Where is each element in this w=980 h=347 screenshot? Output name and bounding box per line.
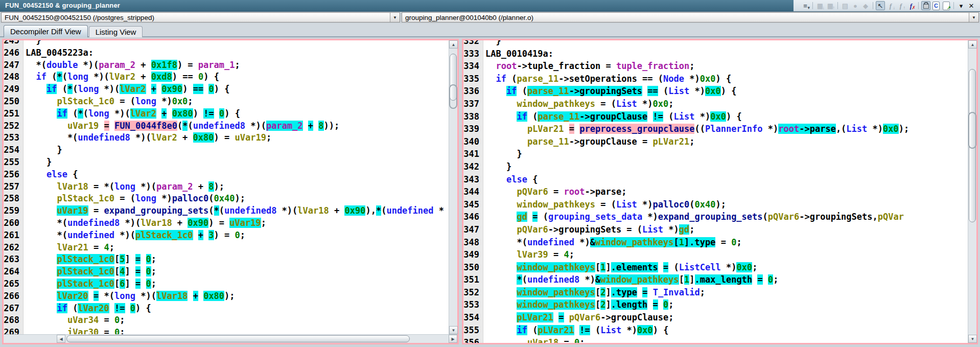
code-text: if (parse_11->groupingSets == (List *)0x…: [483, 85, 736, 98]
code-line[interactable]: 268 uVar34 = 0;: [4, 314, 449, 327]
export-icon[interactable]: ↗: [942, 1, 951, 10]
toolbar-separator: [873, 2, 873, 9]
menu-list-icon[interactable]: ≡▾: [801, 1, 810, 10]
code-line[interactable]: 262 lVar21 = 4;: [4, 242, 449, 254]
code-line[interactable]: 259 uVar19 = expand_grouping_sets(*(unde…: [4, 205, 449, 217]
scrollbar-thumb[interactable]: [66, 335, 410, 342]
code-line[interactable]: 269 iVar30 = 0;: [4, 327, 449, 334]
code-text: if (lVar20 != 0) {: [23, 303, 151, 315]
decompiler-code-left[interactable]: 245 }246LAB_0045223a:247 *(double *)(par…: [4, 40, 449, 334]
line-number: 264: [4, 266, 23, 278]
code-text: window_pathkeys[1].elements = (ListCell …: [483, 261, 757, 274]
code-text: pLVar21 = pQVar6->groupClause;: [483, 311, 674, 324]
code-line[interactable]: 255 }: [4, 156, 449, 169]
code-line[interactable]: 264 plStack_1c0[4] = 0;: [4, 266, 449, 278]
code-line[interactable]: 351 *(undefined8 *)&window_pathkeys[1].m…: [463, 273, 968, 286]
code-line[interactable]: 345 window_pathkeys = (List *)palloc0(0x…: [463, 198, 968, 211]
code-line[interactable]: 257 lVar18 = *(long *)(param_2 + 8);: [4, 181, 449, 193]
code-line[interactable]: 245 }: [4, 40, 449, 47]
decompiler-panel-left[interactable]: 245 }246LAB_0045223a:247 *(double *)(par…: [2, 39, 459, 344]
code-line[interactable]: 260 *(undefined8 *)(lVar18 + 0x90) = uVa…: [4, 217, 449, 229]
code-line[interactable]: 247 *(double *)(param_2 + 0x1f8) = param…: [4, 59, 449, 72]
vertical-scrollbar[interactable]: ▲ ▼: [449, 40, 457, 334]
chevron-down-icon[interactable]: ▼: [390, 13, 400, 22]
line-number: 258: [4, 193, 23, 205]
code-line[interactable]: 352 window_pathkeys[2].type = T_Invalid;: [463, 286, 968, 299]
left-function-selector-value: FUN_00452150@00452150 (/postgres_strippe…: [5, 14, 154, 21]
code-line[interactable]: 337 window_pathkeys = (List *)0x0;: [463, 98, 968, 110]
scroll-down-arrow-icon[interactable]: ▼: [449, 326, 458, 334]
toolbar-separator: [953, 2, 954, 9]
code-line[interactable]: 341 }: [463, 148, 968, 160]
code-line[interactable]: 249 if (*(long *)(lVar2 + 0x90) == 0) {: [4, 83, 449, 96]
horizontal-scrollbar[interactable]: ◀ ▶: [4, 334, 457, 343]
code-line[interactable]: 346 gd = (grouping_sets_data *)expand_gr…: [463, 211, 968, 223]
code-line[interactable]: 251 if (*(long *)(lVar2 + 0x80) != 0) {: [4, 108, 449, 120]
code-line[interactable]: 355 if (pLVar21 != (List *)0x0) {: [463, 324, 968, 337]
scroll-up-arrow-icon[interactable]: ▲: [449, 40, 458, 49]
code-line[interactable]: 348 *(undefined *)&window_pathkeys[1].ty…: [463, 236, 968, 249]
scroll-left-arrow-icon[interactable]: ◀: [57, 335, 65, 343]
line-number: 353: [463, 298, 483, 311]
scroll-right-arrow-icon[interactable]: ▶: [449, 335, 457, 343]
code-line[interactable]: 340 parse_11->groupClause = pLVar21;: [463, 135, 968, 148]
line-number: 351: [463, 273, 483, 286]
code-line[interactable]: 353 window_pathkeys[2].length = 0;: [463, 298, 968, 311]
code-line[interactable]: 334 root->tuple_fraction = tuple_fractio…: [463, 60, 968, 73]
code-line[interactable]: 336 if (parse_11->groupingSets == (List …: [463, 85, 968, 98]
scroll-up-arrow-icon[interactable]: ▲: [968, 40, 977, 49]
code-text: }: [483, 160, 511, 173]
code-line[interactable]: 339 pLVar21 = preprocess_groupclause((Pl…: [463, 123, 968, 135]
code-line[interactable]: 338 if (parse_11->groupClause != (List *…: [463, 110, 968, 123]
line-number: 247: [4, 59, 23, 72]
line-number: 261: [4, 229, 23, 242]
tab-listing-view[interactable]: Listing View: [89, 26, 143, 37]
line-number: 344: [463, 186, 483, 198]
code-line[interactable]: 343 else {: [463, 173, 968, 186]
vertical-scrollbar[interactable]: ▲ ▼: [968, 40, 976, 343]
chevron-down-icon[interactable]: ▼: [969, 13, 978, 22]
scroll-down-arrow-icon[interactable]: ▼: [968, 335, 977, 343]
code-line[interactable]: 332 }: [463, 40, 968, 48]
right-function-selector[interactable]: grouping_planner@001040b0 (/planner.o) ▼: [402, 12, 979, 22]
line-number: 354: [463, 311, 483, 324]
code-line[interactable]: 253 *(undefined8 *)(lVar2 + 0x80) = uVar…: [4, 132, 449, 144]
code-line[interactable]: 258 plStack_1c0 = (long *)palloc0(0x40);: [4, 193, 449, 205]
code-line[interactable]: 252 uVar19 = FUN_0044f8e0(*(undefined8 *…: [4, 120, 449, 132]
cursor-select-icon[interactable]: ↖: [876, 1, 885, 10]
code-line[interactable]: 344 pQVar6 = root->parse;: [463, 186, 968, 198]
line-number: 338: [463, 110, 483, 123]
code-line[interactable]: 265 plStack_1c0[6] = 0;: [4, 278, 449, 290]
code-text: plStack_1c0[4] = 0;: [23, 266, 156, 278]
code-line[interactable]: 246LAB_0045223a:: [4, 47, 449, 59]
code-line[interactable]: 266 lVar20 = *(long *)(lVar18 + 0x80);: [4, 290, 449, 303]
dropdown-caret-icon[interactable]: ▾: [956, 1, 966, 10]
code-line[interactable]: 350 window_pathkeys[1].elements = (ListC…: [463, 261, 968, 274]
decompiler-code-right[interactable]: 332 }333LAB_0010419a:334 root->tuple_fra…: [463, 40, 968, 343]
code-text: uVar18 = 0;: [483, 336, 585, 343]
code-line[interactable]: 261 *(undefined *)(plStack_1c0 + 3) = 0;: [4, 229, 449, 242]
code-line[interactable]: 263 plStack_1c0[5] = 0;: [4, 253, 449, 266]
remove-function-icon[interactable]: f✗: [906, 1, 916, 10]
code-line[interactable]: 333LAB_0010419a:: [463, 48, 968, 60]
code-line[interactable]: 349 lVar39 = 4;: [463, 248, 968, 261]
tab-decompiler-diff-view[interactable]: Decompiler Diff View: [4, 25, 88, 37]
decompiler-panel-right[interactable]: 332 }333LAB_0010419a:334 root->tuple_fra…: [462, 39, 978, 344]
code-line[interactable]: 254 }: [4, 144, 449, 156]
lock-icon[interactable]: [921, 1, 930, 10]
code-line[interactable]: 250 plStack_1c0 = (long *)0x0;: [4, 96, 449, 108]
code-line[interactable]: 342 }: [463, 160, 968, 173]
code-line[interactable]: 354 pLVar21 = pQVar6->groupClause;: [463, 311, 968, 324]
code-line[interactable]: 267 if (lVar20 != 0) {: [4, 303, 449, 315]
close-icon[interactable]: ✕: [967, 1, 976, 10]
code-line[interactable]: 335 if (parse_11->setOperations == (Node…: [463, 73, 968, 85]
code-line[interactable]: 356 uVar18 = 0;: [463, 336, 968, 343]
left-function-selector[interactable]: FUN_00452150@00452150 (/postgres_strippe…: [1, 12, 400, 22]
code-line[interactable]: 347 pQVar6->groupingSets = (List *)gd;: [463, 223, 968, 236]
c-source-icon[interactable]: C: [931, 1, 941, 10]
titlebar-toolbar: ≡▾▦↓▦↑▤●◆↖f↓f↑f✗C↗▾✕: [794, 0, 980, 11]
code-line[interactable]: 256 else {: [4, 169, 449, 181]
code-text: if (*(long *)(lVar2 + 0x80) != 0) {: [23, 108, 240, 120]
code-line[interactable]: 248 if (*(long *)(lVar2 + 0xd8) == 0) {: [4, 71, 449, 83]
code-text: LAB_0010419a:: [483, 48, 553, 60]
